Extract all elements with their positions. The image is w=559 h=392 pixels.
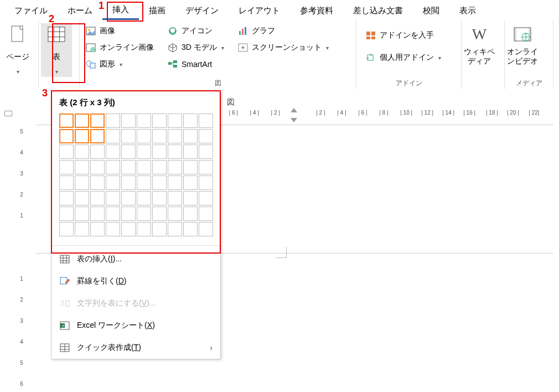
- table-grid-cell[interactable]: [59, 145, 74, 159]
- quick-tables-item[interactable]: クイック表作成(T) ›: [51, 337, 220, 359]
- table-grid-cell[interactable]: [75, 222, 89, 236]
- picture-button[interactable]: 画像: [83, 24, 156, 38]
- table-grid-cell[interactable]: [152, 191, 167, 205]
- table-grid-cell[interactable]: [90, 176, 105, 190]
- table-grid-cell[interactable]: [106, 207, 120, 221]
- tab-insert[interactable]: 挿入: [102, 0, 139, 20]
- table-grid-cell[interactable]: [59, 114, 74, 128]
- table-grid-cell[interactable]: [106, 114, 120, 128]
- table-grid-cell[interactable]: [106, 129, 120, 143]
- table-grid-cell[interactable]: [137, 207, 151, 221]
- table-grid-cell[interactable]: [106, 160, 120, 174]
- table-grid-cell[interactable]: [121, 114, 136, 128]
- table-grid-cell[interactable]: [75, 176, 89, 190]
- table-grid-cell[interactable]: [183, 114, 198, 128]
- table-grid-cell[interactable]: [59, 129, 74, 143]
- table-grid-cell[interactable]: [75, 191, 89, 205]
- 3dmodel-button[interactable]: 3D モデル ▾: [165, 41, 226, 54]
- table-grid-cell[interactable]: [121, 129, 136, 143]
- table-grid-cell[interactable]: [90, 114, 105, 128]
- excel-worksheet-item[interactable]: X Excel ワークシート(X): [51, 314, 220, 337]
- table-grid-cell[interactable]: [152, 145, 167, 159]
- table-grid-cell[interactable]: [152, 176, 167, 190]
- table-grid-cell[interactable]: [168, 129, 182, 143]
- table-grid-cell[interactable]: [121, 207, 136, 221]
- table-grid-cell[interactable]: [168, 145, 182, 159]
- table-grid-cell[interactable]: [137, 129, 151, 143]
- table-grid-cell[interactable]: [152, 114, 167, 128]
- table-grid-cell[interactable]: [106, 191, 120, 205]
- table-grid-cell[interactable]: [168, 191, 182, 205]
- table-grid-cell[interactable]: [199, 176, 213, 190]
- table-grid-cell[interactable]: [59, 160, 74, 174]
- screenshot-button[interactable]: スクリーンショット ▾: [235, 41, 331, 54]
- indent-marker-top[interactable]: [291, 108, 297, 112]
- table-grid-cell[interactable]: [90, 207, 105, 221]
- table-size-grid[interactable]: [51, 114, 220, 243]
- table-grid-cell[interactable]: [152, 160, 167, 174]
- table-grid-cell[interactable]: [90, 222, 105, 236]
- table-grid-cell[interactable]: [106, 176, 120, 190]
- table-grid-cell[interactable]: [183, 191, 198, 205]
- table-grid-cell[interactable]: [199, 207, 213, 221]
- table-grid-cell[interactable]: [199, 114, 213, 128]
- indent-marker-bottom[interactable]: [291, 118, 297, 122]
- table-grid-cell[interactable]: [152, 207, 167, 221]
- table-grid-cell[interactable]: [90, 129, 105, 143]
- smartart-button[interactable]: SmartArt: [165, 58, 226, 71]
- table-grid-cell[interactable]: [152, 222, 167, 236]
- table-grid-cell[interactable]: [183, 129, 198, 143]
- tab-view[interactable]: 表示: [449, 1, 486, 19]
- table-grid-cell[interactable]: [59, 191, 74, 205]
- table-grid-cell[interactable]: [168, 160, 182, 174]
- tab-mail[interactable]: 差し込み文書: [343, 1, 413, 19]
- table-grid-cell[interactable]: [121, 176, 136, 190]
- table-grid-cell[interactable]: [75, 160, 89, 174]
- tab-design[interactable]: デザイン: [175, 1, 229, 19]
- table-grid-cell[interactable]: [137, 222, 151, 236]
- table-grid-cell[interactable]: [75, 129, 89, 143]
- draw-table-item[interactable]: 罫線を引く(D): [51, 270, 220, 292]
- table-grid-cell[interactable]: [59, 207, 74, 221]
- table-grid-cell[interactable]: [168, 207, 182, 221]
- table-button[interactable]: 表 ▾: [41, 23, 72, 77]
- table-grid-cell[interactable]: [199, 145, 213, 159]
- table-grid-cell[interactable]: [75, 145, 89, 159]
- online-picture-button[interactable]: オンライン画像: [83, 41, 156, 54]
- table-grid-cell[interactable]: [168, 114, 182, 128]
- table-grid-cell[interactable]: [90, 145, 105, 159]
- table-grid-cell[interactable]: [137, 176, 151, 190]
- vertical-ruler-top[interactable]: 54321: [17, 128, 27, 255]
- table-grid-cell[interactable]: [152, 129, 167, 143]
- online-video-button[interactable]: オンラインビデオ: [507, 23, 538, 77]
- table-grid-cell[interactable]: [121, 145, 136, 159]
- tab-draw[interactable]: 描画: [139, 1, 175, 19]
- tab-review[interactable]: 校閲: [413, 1, 449, 19]
- icons-button[interactable]: アイコン: [165, 24, 226, 38]
- insert-table-item[interactable]: 表の挿入(I)...: [51, 248, 220, 270]
- tab-home[interactable]: ホーム: [58, 1, 102, 19]
- table-grid-cell[interactable]: [199, 222, 213, 236]
- table-grid-cell[interactable]: [199, 191, 213, 205]
- table-grid-cell[interactable]: [121, 222, 136, 236]
- table-grid-cell[interactable]: [183, 160, 198, 174]
- table-grid-cell[interactable]: [183, 176, 198, 190]
- table-grid-cell[interactable]: [90, 191, 105, 205]
- table-grid-cell[interactable]: [106, 222, 120, 236]
- table-grid-cell[interactable]: [183, 145, 198, 159]
- table-grid-cell[interactable]: [168, 222, 182, 236]
- table-grid-cell[interactable]: [199, 160, 213, 174]
- table-grid-cell[interactable]: [137, 160, 151, 174]
- table-grid-cell[interactable]: [75, 114, 89, 128]
- table-grid-cell[interactable]: [121, 191, 136, 205]
- table-grid-cell[interactable]: [137, 145, 151, 159]
- vertical-ruler-bottom[interactable]: 123456: [17, 255, 27, 392]
- table-grid-cell[interactable]: [183, 222, 198, 236]
- get-addins-button[interactable]: アドインを入手: [363, 29, 436, 42]
- chart-button[interactable]: グラフ: [235, 24, 331, 38]
- table-grid-cell[interactable]: [106, 145, 120, 159]
- table-grid-cell[interactable]: [59, 176, 74, 190]
- my-addins-button[interactable]: 個人用アドイン ▾: [363, 51, 443, 64]
- table-grid-cell[interactable]: [59, 222, 74, 236]
- table-grid-cell[interactable]: [137, 114, 151, 128]
